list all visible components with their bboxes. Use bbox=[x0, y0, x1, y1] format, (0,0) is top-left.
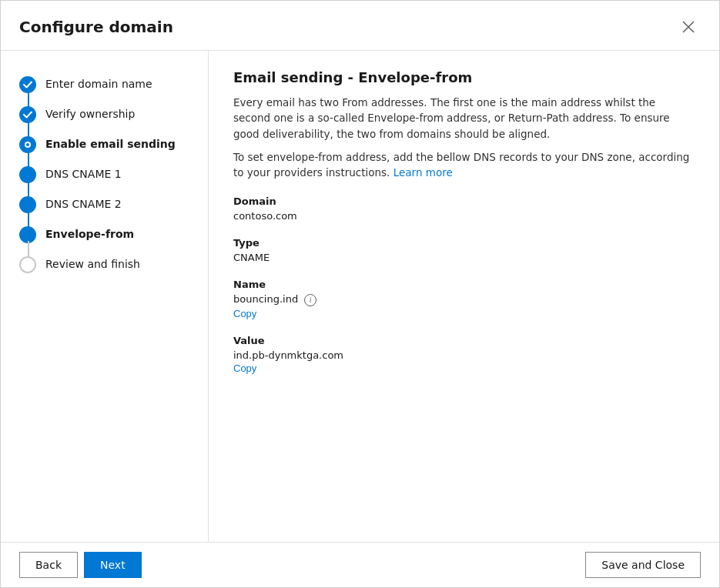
step-label-enter-domain: Enter domain name bbox=[45, 75, 152, 92]
close-button[interactable] bbox=[676, 15, 701, 39]
step-label-verify-ownership: Verify ownership bbox=[45, 105, 135, 122]
value-section: Value ind.pb-dynmktga.com Copy bbox=[233, 335, 695, 374]
footer-left-actions: Back Next bbox=[19, 552, 142, 578]
next-button[interactable]: Next bbox=[84, 552, 142, 578]
copy-value-button[interactable]: Copy bbox=[233, 362, 256, 374]
value-label: Value bbox=[233, 335, 695, 346]
modal-footer: Back Next Save and Close bbox=[1, 542, 719, 587]
step-label-enable-email: Enable email sending bbox=[45, 135, 176, 152]
description-2: To set envelope-from address, add the be… bbox=[233, 149, 695, 181]
save-close-button[interactable]: Save and Close bbox=[585, 552, 701, 578]
step-label-review-finish: Review and finish bbox=[45, 256, 140, 272]
domain-section: Domain contoso.com bbox=[233, 195, 695, 222]
type-value: CNAME bbox=[233, 252, 695, 263]
modal-body: Enter domain name Verify ownership bbox=[1, 51, 719, 542]
main-content: Email sending - Envelope-from Every emai… bbox=[209, 51, 719, 542]
description-1: Every email has two From addresses. The … bbox=[233, 95, 695, 142]
modal-title: Configure domain bbox=[19, 18, 173, 36]
name-value: bouncing.ind bbox=[233, 293, 298, 305]
copy-name-button[interactable]: Copy bbox=[233, 308, 256, 319]
sidebar: Enter domain name Verify ownership bbox=[1, 51, 209, 542]
name-section: Name bouncing.ind i Copy bbox=[233, 279, 695, 319]
step-dns-cname-1: DNS CNAME 1 bbox=[1, 159, 208, 189]
name-label: Name bbox=[233, 279, 695, 290]
content-title: Email sending - Envelope-from bbox=[233, 69, 695, 85]
step-label-dns-cname-2: DNS CNAME 2 bbox=[45, 195, 122, 212]
step-review-finish: Review and finish bbox=[1, 249, 208, 279]
name-row: bouncing.ind i bbox=[233, 293, 695, 306]
configure-domain-modal: Configure domain Enter domain name bbox=[0, 0, 720, 588]
back-button[interactable]: Back bbox=[19, 552, 78, 578]
description-2-text: To set envelope-from address, add the be… bbox=[233, 151, 689, 179]
step-envelope-from: Envelope-from bbox=[1, 219, 208, 249]
type-section: Type CNAME bbox=[233, 237, 695, 263]
step-enter-domain: Enter domain name bbox=[1, 69, 208, 99]
step-list: Enter domain name Verify ownership bbox=[1, 69, 208, 279]
modal-header: Configure domain bbox=[1, 1, 719, 51]
learn-more-link[interactable]: Learn more bbox=[393, 166, 453, 179]
step-label-envelope-from: Envelope-from bbox=[45, 226, 134, 242]
domain-value: contoso.com bbox=[233, 210, 695, 222]
info-icon-name: i bbox=[304, 294, 316, 306]
step-verify-ownership: Verify ownership bbox=[1, 99, 208, 129]
step-enable-email: Enable email sending bbox=[1, 129, 208, 159]
value-value: ind.pb-dynmktga.com bbox=[233, 349, 695, 361]
step-dns-cname-2: DNS CNAME 2 bbox=[1, 189, 208, 219]
domain-label: Domain bbox=[233, 195, 695, 207]
step-label-dns-cname-1: DNS CNAME 1 bbox=[45, 165, 122, 182]
step-icon-review-finish bbox=[19, 256, 36, 273]
type-label: Type bbox=[233, 237, 695, 249]
